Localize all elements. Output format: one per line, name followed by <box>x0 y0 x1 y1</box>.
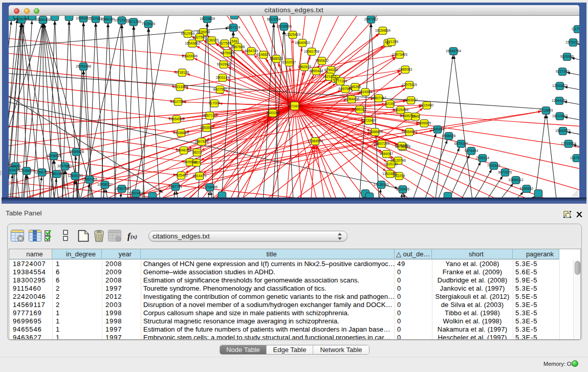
svg-text:9457791: 9457791 <box>169 185 183 188</box>
svg-text:10958137: 10958137 <box>97 183 113 186</box>
svg-text:3624554: 3624554 <box>359 90 373 94</box>
svg-text:2087682: 2087682 <box>364 17 378 21</box>
svg-text:16554923: 16554923 <box>402 130 417 134</box>
svg-text:9713893: 9713893 <box>539 108 553 112</box>
svg-text:7515526: 7515526 <box>142 22 156 26</box>
svg-text:8454749: 8454749 <box>245 49 258 53</box>
svg-text:9242848: 9242848 <box>217 62 231 66</box>
svg-text:17359928: 17359928 <box>69 150 84 154</box>
svg-text:8813054: 8813054 <box>267 17 281 21</box>
svg-text:20364436: 20364436 <box>344 97 359 101</box>
svg-text:16543862: 16543862 <box>185 41 200 45</box>
svg-text:252254: 252254 <box>394 174 405 178</box>
svg-text:2803144: 2803144 <box>216 76 230 79</box>
svg-text:435061: 435061 <box>10 164 21 168</box>
svg-text:14136141: 14136141 <box>374 183 389 186</box>
svg-text:1615132: 1615132 <box>384 162 398 166</box>
svg-text:12444153: 12444153 <box>552 99 567 102</box>
svg-text:9329966: 9329966 <box>560 55 574 58</box>
svg-text:6679197: 6679197 <box>454 142 468 145</box>
svg-text:16782759: 16782759 <box>114 187 129 190</box>
svg-text:6322037: 6322037 <box>282 60 296 64</box>
svg-text:1167534: 1167534 <box>570 156 579 160</box>
svg-text:14055713: 14055713 <box>14 17 29 21</box>
svg-text:15716485: 15716485 <box>202 185 217 189</box>
svg-text:8471676: 8471676 <box>498 170 512 174</box>
svg-text:917004: 917004 <box>209 101 221 105</box>
svg-text:9327505: 9327505 <box>193 35 207 39</box>
svg-text:16671355: 16671355 <box>126 20 141 24</box>
svg-text:15751074: 15751074 <box>565 40 579 44</box>
svg-text:9463627: 9463627 <box>404 98 418 102</box>
svg-text:19166825: 19166825 <box>173 131 189 135</box>
svg-text:1549: 1549 <box>411 115 419 118</box>
svg-text:23420046: 23420046 <box>182 54 198 58</box>
svg-text:16640910: 16640910 <box>295 41 310 45</box>
svg-text:8136323: 8136323 <box>205 38 219 42</box>
svg-text:18107552: 18107552 <box>170 100 186 103</box>
svg-text:746266: 746266 <box>350 85 361 89</box>
svg-text:2867608: 2867608 <box>231 45 245 49</box>
svg-text:1588520: 1588520 <box>270 57 284 60</box>
svg-text:38222: 38222 <box>192 150 202 154</box>
svg-text:3915413: 3915413 <box>9 168 19 172</box>
svg-text:7986322: 7986322 <box>353 107 367 111</box>
svg-text:12975115: 12975115 <box>402 83 417 86</box>
svg-text:12505135: 12505135 <box>68 174 83 178</box>
svg-text:9227349: 9227349 <box>556 70 570 73</box>
svg-text:30975887: 30975887 <box>57 164 73 168</box>
svg-text:8938928: 8938928 <box>442 134 456 138</box>
svg-text:7485063: 7485063 <box>399 68 412 71</box>
svg-text:16120746: 16120746 <box>390 159 406 162</box>
svg-text:7632621: 7632621 <box>487 164 501 167</box>
svg-text:12213369: 12213369 <box>172 85 188 89</box>
svg-text:3267130: 3267130 <box>203 114 217 117</box>
svg-text:12156829: 12156829 <box>19 169 34 172</box>
svg-text:6966160: 6966160 <box>101 17 115 21</box>
svg-text:7955812: 7955812 <box>315 59 329 62</box>
svg-text:16648784: 16648784 <box>446 49 461 53</box>
svg-text:8912954: 8912954 <box>181 32 195 35</box>
svg-text:7625402: 7625402 <box>175 173 188 177</box>
svg-text:9474444: 9474444 <box>465 149 478 152</box>
svg-text:11451944: 11451944 <box>49 172 64 176</box>
svg-text:19654985: 19654985 <box>169 117 184 121</box>
svg-text:9115460: 9115460 <box>420 103 433 107</box>
svg-text:5875685: 5875685 <box>221 51 234 55</box>
svg-text:9777169: 9777169 <box>334 79 347 83</box>
svg-text:10654112: 10654112 <box>508 178 524 182</box>
svg-text:2300205: 2300205 <box>266 111 280 115</box>
svg-text:(x): (x) <box>130 233 137 240</box>
svg-text:1117536: 1117536 <box>571 27 579 31</box>
svg-text:10688609: 10688609 <box>367 130 383 134</box>
svg-text:1440954: 1440954 <box>431 127 445 131</box>
svg-text:9084067: 9084067 <box>380 152 394 156</box>
svg-text:3867835: 3867835 <box>195 140 209 143</box>
svg-text:3226058: 3226058 <box>197 30 210 34</box>
svg-text:2718126: 2718126 <box>176 71 189 74</box>
svg-text:546: 546 <box>231 39 237 43</box>
svg-text:1353559: 1353559 <box>200 126 214 129</box>
svg-text:9146821: 9146821 <box>257 53 271 56</box>
svg-text:10807487: 10807487 <box>371 96 386 100</box>
svg-text:16154834: 16154834 <box>375 29 390 32</box>
svg-text:1362615: 1362615 <box>298 65 312 69</box>
svg-text:7357224: 7357224 <box>227 26 241 29</box>
svg-text:26053346: 26053346 <box>76 64 91 68</box>
svg-text:16033809: 16033809 <box>200 17 215 20</box>
svg-text:20691406: 20691406 <box>35 18 51 21</box>
svg-text:17957255: 17957255 <box>82 178 97 181</box>
svg-text:18807249: 18807249 <box>374 142 389 145</box>
svg-text:16961758: 16961758 <box>304 50 319 53</box>
svg-text:15692971: 15692971 <box>555 129 571 133</box>
svg-text:12342757: 12342757 <box>34 170 50 174</box>
svg-text:16210643: 16210643 <box>552 114 568 118</box>
svg-text:8427552: 8427552 <box>213 87 227 91</box>
svg-text:1075692: 1075692 <box>395 144 409 147</box>
svg-text:1221395: 1221395 <box>385 40 399 43</box>
svg-text:9699695: 9699695 <box>418 121 431 125</box>
svg-text:4897: 4897 <box>192 161 200 164</box>
svg-text:6914479: 6914479 <box>193 174 207 178</box>
svg-text:15720407: 15720407 <box>361 119 377 122</box>
svg-text:20206535: 20206535 <box>46 154 61 158</box>
